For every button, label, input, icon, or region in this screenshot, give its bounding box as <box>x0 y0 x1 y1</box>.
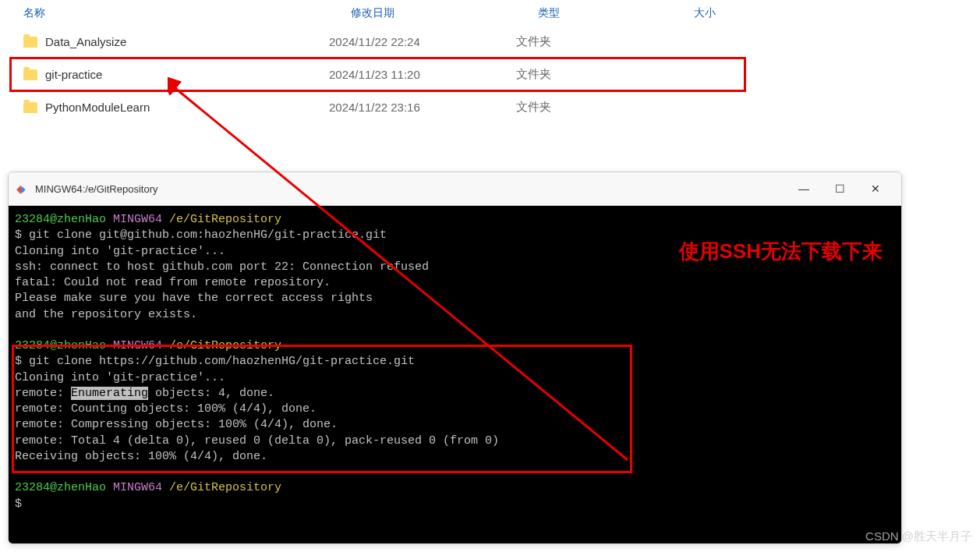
file-name-label: PythonModuleLearn <box>45 101 150 114</box>
git-bash-icon <box>16 182 29 195</box>
prompt-user: 23284@zhenHao <box>15 339 106 352</box>
file-row-highlighted[interactable]: git-practice 2024/11/23 11:20 文件夹 <box>9 57 746 92</box>
prompt-user: 23284@zhenHao <box>15 213 106 226</box>
prompt-path: /e/GitRepository <box>169 481 281 494</box>
folder-icon <box>23 102 37 113</box>
column-date[interactable]: 修改日期 <box>351 6 538 20</box>
terminal-output: remote: Compressing objects: 100% (4/4),… <box>15 417 895 433</box>
terminal-output: remote: Counting objects: 100% (4/4), do… <box>15 402 895 417</box>
prompt-path: /e/GitRepository <box>169 213 281 226</box>
file-list-header: 名称 修改日期 类型 大小 <box>0 0 980 27</box>
file-date-label: 2024/11/23 11:20 <box>329 68 516 81</box>
file-name-label: Data_Analysize <box>45 35 126 48</box>
terminal-output: fatal: Could not read from remote reposi… <box>15 275 895 291</box>
watermark: CSDN @胜天半月子 <box>865 529 972 544</box>
terminal-window: MINGW64:/e/GitRepository — ☐ ✕ 23284@zhe… <box>8 172 902 544</box>
file-date-label: 2024/11/22 22:24 <box>329 35 516 48</box>
terminal-output: remote: Enumerating objects: 4, done. <box>15 386 895 402</box>
maximize-button[interactable]: ☐ <box>822 177 858 200</box>
terminal-command: $ git clone https://github.com/haozhenHG… <box>15 354 895 370</box>
column-type[interactable]: 类型 <box>538 6 694 20</box>
prompt-host: MINGW64 <box>113 481 162 494</box>
terminal-output: Please make sure you have the correct ac… <box>15 291 895 306</box>
terminal-titlebar[interactable]: MINGW64:/e/GitRepository — ☐ ✕ <box>9 172 901 206</box>
folder-icon <box>23 37 37 48</box>
file-date-label: 2024/11/22 23:16 <box>329 101 516 114</box>
file-type-label: 文件夹 <box>516 67 672 82</box>
prompt-user: 23284@zhenHao <box>15 481 106 494</box>
file-type-label: 文件夹 <box>516 100 672 115</box>
column-name[interactable]: 名称 <box>23 6 351 20</box>
folder-icon <box>23 69 37 80</box>
prompt-host: MINGW64 <box>113 339 162 352</box>
close-button[interactable]: ✕ <box>858 177 893 200</box>
file-type-label: 文件夹 <box>516 34 672 49</box>
file-name-label: git-practice <box>45 68 102 81</box>
terminal-title: MINGW64:/e/GitRepository <box>35 183 158 195</box>
highlighted-word: Enumerating <box>71 387 148 400</box>
minimize-button[interactable]: — <box>786 177 822 200</box>
annotation-text: 使用SSH无法下载下来 <box>679 238 883 265</box>
terminal-prompt-cursor: $ <box>15 497 895 512</box>
column-size[interactable]: 大小 <box>694 6 811 20</box>
file-row[interactable]: PythonModuleLearn 2024/11/22 23:16 文件夹 <box>0 92 980 122</box>
terminal-output: Cloning into 'git-practice'... <box>15 370 895 386</box>
terminal-output: Receiving objects: 100% (4/4), done. <box>15 449 895 465</box>
terminal-output: remote: Total 4 (delta 0), reused 0 (del… <box>15 433 895 449</box>
terminal-output: and the repository exists. <box>15 307 895 323</box>
file-row[interactable]: Data_Analysize 2024/11/22 22:24 文件夹 <box>0 27 980 57</box>
prompt-path: /e/GitRepository <box>169 339 281 352</box>
prompt-host: MINGW64 <box>113 213 162 226</box>
